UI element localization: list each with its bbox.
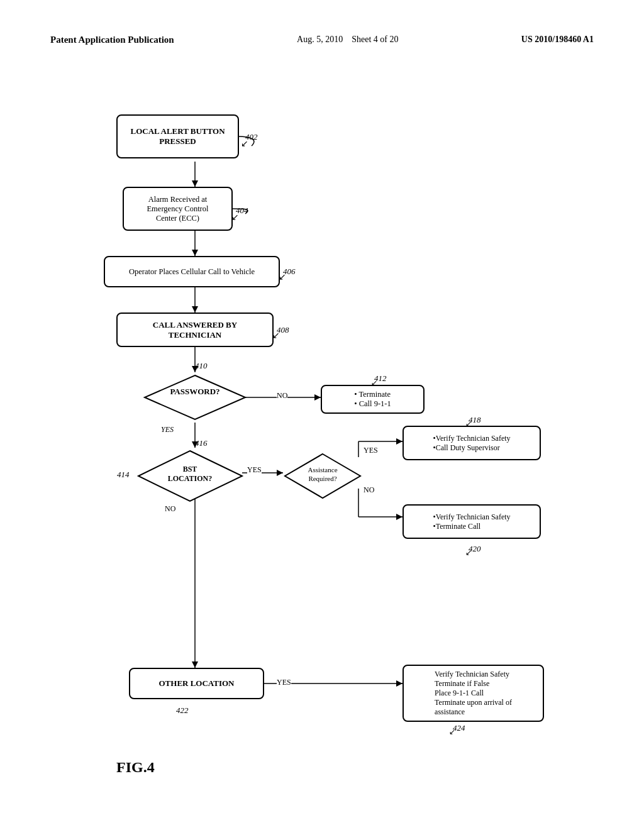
label-no-414: NO: [165, 504, 175, 514]
svg-marker-15: [192, 250, 198, 256]
publication-title: Patent Application Publication: [50, 35, 174, 45]
node-404: Alarm Received at Emergency Control Cent…: [123, 187, 233, 231]
node-406-label: Operator Places Cellular Call to Vehicle: [129, 267, 255, 277]
ref-420-arrow: ↙: [465, 548, 472, 558]
node-406: Operator Places Cellular Call to Vehicle: [104, 256, 280, 287]
ref-424-arrow: ↙: [449, 728, 455, 737]
diamond-410: PASSWORD?: [142, 372, 248, 423]
svg-marker-24: [396, 680, 402, 687]
header: Patent Application Publication Aug. 5, 2…: [0, 0, 644, 58]
ref-422: 422: [176, 706, 189, 716]
node-404-label: Alarm Received at Emergency Control Cent…: [147, 195, 208, 223]
svg-text:Required?: Required?: [308, 475, 336, 482]
header-center: Aug. 5, 2010 Sheet 4 of 20: [297, 35, 398, 45]
svg-text:Assistance: Assistance: [308, 466, 337, 473]
ref-410: 410: [195, 361, 208, 371]
label-yes-414: YES: [247, 465, 262, 475]
ref-414: 414: [117, 470, 130, 480]
ref-402-arrow: ↙: [241, 138, 248, 149]
svg-text:PASSWORD?: PASSWORD?: [170, 387, 219, 396]
svg-marker-18: [314, 394, 321, 401]
node-402: LOCAL ALERT BUTTON PRESSED: [116, 114, 239, 158]
node-402-label: LOCAL ALERT BUTTON PRESSED: [130, 126, 225, 147]
node-418: •Verify Technician Safety •Call Duty Sup…: [402, 426, 541, 460]
label-yes-410: YES: [161, 425, 174, 434]
node-420-label: •Verify Technician Safety •Terminate Cal…: [433, 512, 510, 531]
page: Patent Application Publication Aug. 5, 2…: [0, 0, 644, 830]
pub-date: Aug. 5, 2010: [297, 35, 343, 44]
ref-418-arrow: ↙: [465, 419, 472, 429]
svg-marker-23: [192, 661, 198, 668]
node-412: • Terminate • Call 9-1-1: [321, 385, 425, 414]
label-yes-other: YES: [277, 678, 291, 687]
patent-number: US 2010/198460 A1: [521, 35, 594, 45]
svg-marker-14: [192, 180, 198, 187]
svg-text:LOCATION?: LOCATION?: [168, 474, 212, 483]
node-422-label: OTHER LOCATION: [158, 678, 234, 689]
ref-416: 416: [195, 438, 208, 448]
svg-marker-21: [396, 438, 402, 445]
sheet-info: Sheet 4 of 20: [352, 35, 398, 44]
label-no-assist: NO: [364, 485, 374, 495]
node-408: CALL ANSWERED BY TECHNICIAN: [116, 313, 274, 347]
label-yes-assist: YES: [364, 446, 378, 455]
node-418-label: •Verify Technician Safety •Call Duty Sup…: [433, 434, 510, 453]
ref-404-arrow: ↙: [231, 212, 239, 223]
diamond-414: BST LOCATION?: [135, 448, 245, 504]
svg-marker-22: [396, 514, 402, 520]
flowchart-diagram: LOCAL ALERT BUTTON PRESSED 402 ↙ Alarm R…: [0, 64, 644, 794]
svg-text:BST: BST: [183, 465, 197, 473]
ref-406-arrow: ↙: [279, 272, 286, 282]
diamond-assistance: Assistance Required?: [282, 451, 364, 501]
node-424: Verify Technician Safety Terminate if Fa…: [402, 665, 544, 722]
ref-412-arrow: ↙: [371, 379, 377, 388]
label-no-410: NO: [277, 391, 287, 401]
node-424-label: Verify Technician Safety Terminate if Fa…: [435, 670, 512, 717]
node-412-label: • Terminate • Call 9-1-1: [354, 390, 391, 409]
node-420: •Verify Technician Safety •Terminate Cal…: [402, 504, 541, 539]
node-422: OTHER LOCATION: [129, 668, 264, 699]
node-408-label: CALL ANSWERED BY TECHNICIAN: [153, 320, 237, 340]
flow-lines: [0, 64, 644, 794]
ref-408-arrow: ↙: [272, 330, 280, 341]
fig-label: FIG.4: [116, 759, 155, 776]
svg-marker-16: [192, 306, 198, 313]
svg-marker-25: [145, 375, 245, 419]
